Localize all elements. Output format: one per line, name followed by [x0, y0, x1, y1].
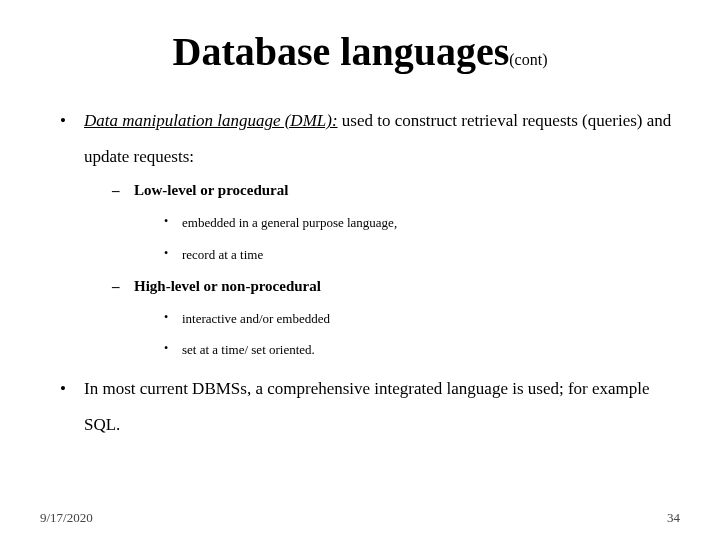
bullet-list: Data manipulation language (DML): used t… — [40, 103, 680, 443]
footer-page: 34 — [667, 510, 680, 526]
dml-label: Data manipulation language (DML): — [84, 111, 338, 130]
sub-sub-list: embedded in a general purpose language, … — [134, 207, 680, 269]
title-main: Database languages — [173, 29, 510, 74]
list-item: record at a time — [164, 239, 680, 270]
list-item: set at a time/ set oriented. — [164, 334, 680, 365]
list-item: In most current DBMSs, a comprehensive i… — [60, 371, 680, 442]
list-item: High-level or non-procedural interactive… — [112, 270, 680, 365]
list-item: embedded in a general purpose language, — [164, 207, 680, 238]
list-item: Low-level or procedural embedded in a ge… — [112, 174, 680, 269]
list-item: Data manipulation language (DML): used t… — [60, 103, 680, 365]
footer-date: 9/17/2020 — [40, 510, 93, 526]
slide-title: Database languages(cont) — [40, 28, 680, 75]
sub-label: Low-level or procedural — [134, 182, 288, 198]
title-cont: (cont) — [509, 51, 547, 68]
sub-sub-list: interactive and/or embedded set at a tim… — [134, 303, 680, 365]
sub-list: Low-level or procedural embedded in a ge… — [84, 174, 680, 365]
slide-footer: 9/17/2020 34 — [40, 510, 680, 526]
sub-label: High-level or non-procedural — [134, 278, 321, 294]
list-item: interactive and/or embedded — [164, 303, 680, 334]
